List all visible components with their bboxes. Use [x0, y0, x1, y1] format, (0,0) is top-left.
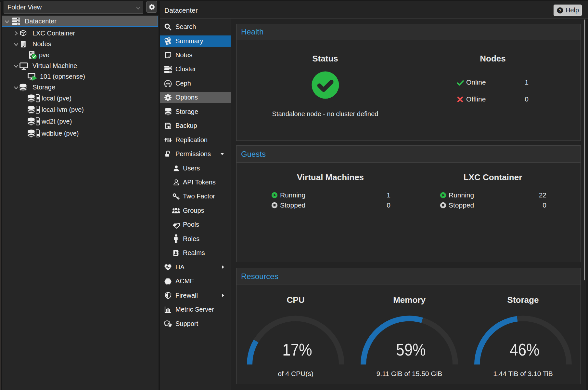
svg-text:?: ?: [559, 7, 562, 13]
